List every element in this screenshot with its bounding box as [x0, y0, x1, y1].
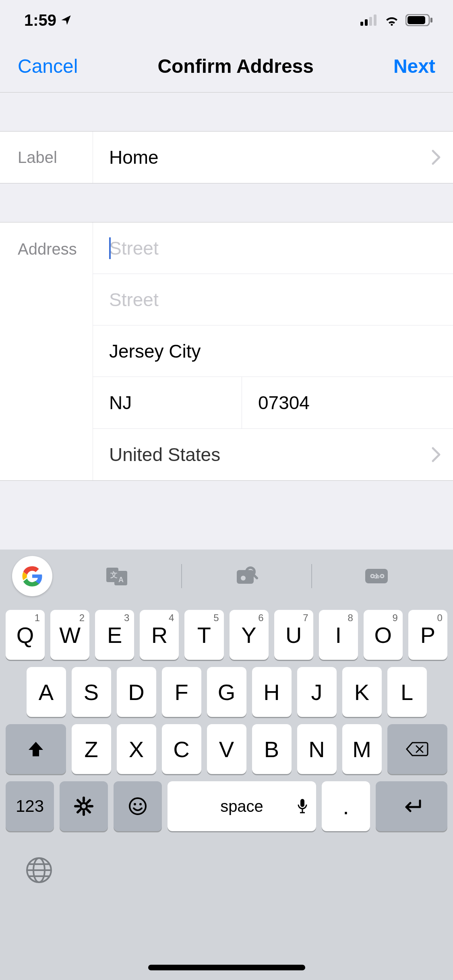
key-t[interactable]: T5: [184, 610, 223, 660]
postal-cell[interactable]: [242, 377, 453, 428]
svg-rect-3: [374, 14, 376, 26]
status-bar: 1:59: [0, 0, 453, 40]
svg-rect-1: [365, 19, 368, 26]
key-i[interactable]: I8: [319, 610, 358, 660]
gear-icon: [74, 796, 94, 816]
label-row[interactable]: Label Home: [0, 131, 453, 183]
backspace-key[interactable]: [387, 724, 448, 774]
svg-text:∞: ∞: [373, 571, 380, 581]
street2-row[interactable]: [93, 274, 453, 325]
key-u[interactable]: U7: [274, 610, 313, 660]
settings-key[interactable]: [60, 781, 108, 831]
battery-icon: [405, 14, 433, 26]
address-field-title: Address: [0, 222, 93, 480]
key-w[interactable]: W2: [50, 610, 89, 660]
svg-rect-0: [360, 22, 363, 26]
globe-icon[interactable]: [24, 855, 453, 885]
address-group: Address United States: [0, 222, 453, 481]
emoji-key[interactable]: [114, 781, 162, 831]
gif-icon[interactable]: ∞: [312, 567, 441, 585]
key-f[interactable]: F: [162, 667, 201, 717]
key-l[interactable]: L: [387, 667, 427, 717]
key-a[interactable]: A: [27, 667, 66, 717]
key-r[interactable]: R4: [140, 610, 179, 660]
svg-point-28: [139, 803, 142, 805]
translate-icon[interactable]: 文 A: [52, 565, 181, 587]
street1-input[interactable]: [109, 237, 437, 259]
chevron-right-icon: [431, 149, 441, 165]
key-p[interactable]: P0: [408, 610, 447, 660]
city-row[interactable]: [93, 325, 453, 377]
status-right: [360, 14, 433, 26]
street2-input[interactable]: [109, 289, 437, 311]
shift-key[interactable]: [6, 724, 66, 774]
key-z[interactable]: Z: [72, 724, 111, 774]
svg-rect-2: [369, 17, 372, 26]
svg-line-13: [253, 574, 257, 578]
svg-text:A: A: [118, 576, 124, 584]
next-button[interactable]: Next: [393, 55, 435, 77]
numbers-key[interactable]: 123: [6, 781, 54, 831]
city-input[interactable]: [109, 340, 437, 362]
svg-line-24: [87, 800, 90, 803]
country-value: United States: [109, 444, 220, 465]
globe-row: [0, 855, 453, 885]
key-q[interactable]: Q1: [6, 610, 45, 660]
location-icon: [60, 14, 72, 26]
key-k[interactable]: K: [342, 667, 382, 717]
keyboard-row-3: ZXCVBNM: [0, 724, 453, 774]
keyboard: 文 A ∞ Q1W2E3R4T5Y6U7I8O9P0 ASDFGHJKL: [0, 550, 453, 980]
key-e[interactable]: E3: [95, 610, 134, 660]
country-row[interactable]: United States: [93, 429, 453, 480]
svg-line-23: [87, 810, 90, 812]
svg-rect-5: [407, 16, 425, 24]
key-h[interactable]: H: [252, 667, 292, 717]
nav-bar: Cancel Confirm Address Next: [0, 40, 453, 93]
key-o[interactable]: O9: [364, 610, 403, 660]
state-zip-row: [93, 377, 453, 429]
wifi-icon: [384, 14, 400, 26]
svg-text:文: 文: [110, 571, 118, 579]
status-time: 1:59: [24, 11, 56, 29]
key-m[interactable]: M: [342, 724, 382, 774]
state-cell[interactable]: [93, 377, 242, 428]
svg-rect-6: [430, 18, 432, 23]
keyboard-toolbar: 文 A ∞: [0, 550, 453, 603]
key-d[interactable]: D: [117, 667, 156, 717]
return-icon: [401, 799, 422, 813]
keyboard-row-1: Q1W2E3R4T5Y6U7I8O9P0: [0, 610, 453, 660]
svg-point-14: [241, 576, 246, 581]
key-g[interactable]: G: [207, 667, 246, 717]
key-x[interactable]: X: [117, 724, 156, 774]
keyboard-row-2: ASDFGHJKL: [0, 667, 453, 717]
space-key[interactable]: space: [168, 781, 316, 831]
status-left: 1:59: [24, 11, 72, 29]
home-indicator[interactable]: [148, 965, 305, 970]
chevron-right-icon: [431, 447, 441, 463]
google-icon[interactable]: [12, 556, 52, 596]
key-s[interactable]: S: [72, 667, 111, 717]
image-search-icon[interactable]: [182, 566, 311, 586]
return-key[interactable]: [376, 781, 447, 831]
key-v[interactable]: V: [207, 724, 246, 774]
cancel-button[interactable]: Cancel: [18, 55, 78, 77]
period-key[interactable]: .: [322, 781, 370, 831]
signal-icon: [360, 14, 378, 26]
label-value-cell[interactable]: Home: [93, 132, 453, 183]
key-c[interactable]: C: [162, 724, 201, 774]
key-j[interactable]: J: [297, 667, 337, 717]
street1-row[interactable]: [93, 222, 453, 274]
postal-input[interactable]: [258, 392, 437, 414]
keyboard-row-4: 123 space .: [0, 781, 453, 831]
text-cursor: [109, 237, 111, 259]
svg-line-25: [78, 810, 80, 812]
svg-point-26: [130, 798, 146, 814]
key-n[interactable]: N: [297, 724, 337, 774]
key-y[interactable]: Y6: [230, 610, 269, 660]
svg-line-22: [78, 800, 80, 803]
state-input[interactable]: [109, 392, 225, 414]
smiley-icon: [128, 796, 148, 816]
key-b[interactable]: B: [252, 724, 292, 774]
mic-icon[interactable]: [297, 798, 308, 814]
svg-rect-29: [300, 799, 304, 807]
